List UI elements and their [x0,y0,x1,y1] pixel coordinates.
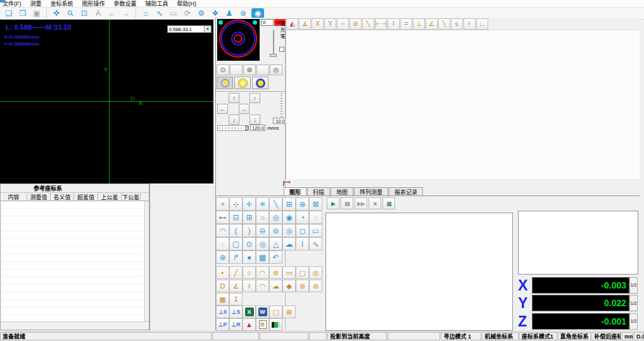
menu-item[interactable]: 辅助工具 [146,0,168,8]
measure-v-distance-button[interactable]: I [388,18,400,30]
jog-z-up-button[interactable]: ↑ [249,93,260,103]
make-circle[interactable]: ○ [243,266,256,279]
zoom-scale-select[interactable]: 0.588-33.1 ▼ [167,25,212,33]
tool-star-box[interactable]: ⊠ [309,197,322,211]
column-header[interactable]: 下公差 [122,193,141,201]
jog-z-down-button[interactable]: ↓ [249,115,260,125]
jog-step-scale[interactable] [281,93,282,117]
jog-up-button[interactable]: ↑ [229,93,239,103]
tab-scan[interactable]: 扫描 [307,187,330,195]
make-angle[interactable]: ∡ [229,280,243,292]
menu-item[interactable]: 图形操作 [82,0,105,8]
column-header[interactable]: 内容 [1,193,27,201]
tool-point-box[interactable]: ⊞ [282,197,296,211]
mode-crosshair-button[interactable] [217,77,233,89]
dro-half-button[interactable]: 1/2 [629,277,638,294]
status-machine-cs[interactable]: 机械坐标系 [482,332,519,340]
run-report-button[interactable]: ▦ [382,197,395,209]
measure-x-distance-button[interactable]: X [312,18,324,30]
speed-slider[interactable] [217,125,249,131]
cs-origin-button[interactable]: ⊥0 [216,306,229,318]
table-vertical-scrollbar[interactable] [144,201,149,321]
tab-array-measure[interactable]: 阵列测量 [354,187,388,195]
measure-caliper-button[interactable]: ◭ [286,18,298,30]
make-ring[interactable]: ◎ [309,266,322,279]
measure-h-distance-button[interactable]: ⊢⊣ [375,18,387,30]
laser-power-input[interactable] [261,19,274,26]
make-line[interactable]: ╱ [229,266,243,279]
tool-circle-dot[interactable]: ⊙ [243,237,256,251]
graphics-canvas[interactable]: Y ▷ X L: 0.588——M:33.10 X=0.008361mm Y=0… [0,20,213,183]
back-button[interactable]: ← [105,8,119,19]
tool-zoom-area[interactable]: ⊕ [296,197,309,211]
new-file-button[interactable]: ❏ [2,8,16,19]
step-button[interactable]: ▶▶ [355,197,367,209]
text-mode-button[interactable]: A [91,8,105,19]
open-file-button[interactable]: ❐ [16,8,30,19]
make-rect[interactable]: ▭ [282,266,296,279]
tool-circle-pick[interactable]: ◔ [296,211,309,224]
status-compensated[interactable]: 补偿后座标 [591,332,621,340]
tool-polygon[interactable]: △ [269,237,282,251]
make-open-curve[interactable]: ◠ [256,280,269,292]
menu-item[interactable]: 测量 [30,0,42,8]
reference-table-body[interactable] [1,201,144,321]
element-list-panel[interactable] [518,211,638,275]
make-closed-curve[interactable]: ☁ [269,280,282,292]
camera-button[interactable]: ◉ [251,8,264,18]
measure-angle-d-button[interactable]: ∡ [299,18,311,30]
dro-half-button[interactable]: 1/2 [629,313,638,330]
mode-ring-button[interactable] [234,77,251,89]
measure-perpendicular-button[interactable]: ⊥ [413,18,425,30]
tool-probe[interactable]: ● [243,251,256,264]
speed-slider-handle[interactable] [245,126,248,130]
tool-curve-closed[interactable]: ☁ [282,237,296,251]
refresh-button[interactable]: ⟳ [180,8,194,19]
light-blank-button-2[interactable] [256,65,269,75]
tool-slot[interactable]: ▢ [229,237,243,251]
result-graphics-canvas[interactable] [286,30,640,179]
tab-map[interactable]: 地图 [331,187,353,195]
cs-print-button[interactable]: ⊥P [216,318,229,331]
make-ellipse[interactable]: ⊜ [269,266,282,279]
tool-parallel-h[interactable]: ⊟ [229,211,243,224]
save-button[interactable]: ▣ [30,8,44,19]
cs-save-button[interactable]: ⊥S [229,306,243,318]
tool-circle-target[interactable]: ◉ [282,211,296,224]
menu-item[interactable]: 参数设置 [114,0,137,8]
status-coord-type[interactable]: 直角坐标系 [558,332,591,340]
fit-view-button[interactable]: ⊡ [77,8,91,19]
tool-concentric[interactable]: ◎ [269,211,282,224]
tool-rect-dashed[interactable]: ◻ [296,224,309,237]
drop-to-height-button[interactable]: ↧ [229,293,243,306]
pause-button[interactable]: ▮▮ [341,197,353,209]
column-header[interactable]: 名义值 [51,193,74,201]
tool-calculator[interactable]: ▦ [256,251,269,264]
tool-circle[interactable]: ○ [256,211,269,224]
fullscreen-button[interactable]: ❖ [208,8,222,19]
status-edge-mode[interactable]: 寻边模式 1 [441,332,481,340]
stop-button[interactable]: ■ [369,197,381,209]
measure-line-button[interactable]: ╲ [362,18,374,30]
tool-point-intersect[interactable]: ✳ [256,197,269,211]
column-header[interactable]: 超差值 [74,193,98,201]
measure-angle-button[interactable]: ∠ [426,18,438,30]
mode-edge-button[interactable] [252,77,268,89]
tool-ring[interactable]: ◎ [282,224,296,237]
tool-arc-left[interactable]: ( [229,224,243,237]
tool-spline[interactable]: ∿ [309,237,322,251]
export-word-button[interactable]: W [256,306,269,318]
plugin-button[interactable]: ⊛ [236,8,250,19]
jog-down-button[interactable]: ↓ [229,115,239,125]
rect-select-button[interactable]: ▭ [167,8,180,19]
colorbar-button[interactable] [269,318,282,331]
tool-arc-right[interactable]: ) [243,224,256,237]
make-height[interactable]: I [243,280,256,292]
pan-button[interactable]: ✜ [49,8,63,19]
jog-right-button[interactable]: → [239,104,249,114]
jog-left-button[interactable]: ← [217,104,228,114]
light-ring-button[interactable]: ⊛ [243,65,256,75]
zoom-button[interactable]: ⚲ [63,8,77,19]
speed-value[interactable]: 120.0 [250,125,265,131]
tool-ellipse-dashed[interactable]: ◌ [216,237,229,251]
